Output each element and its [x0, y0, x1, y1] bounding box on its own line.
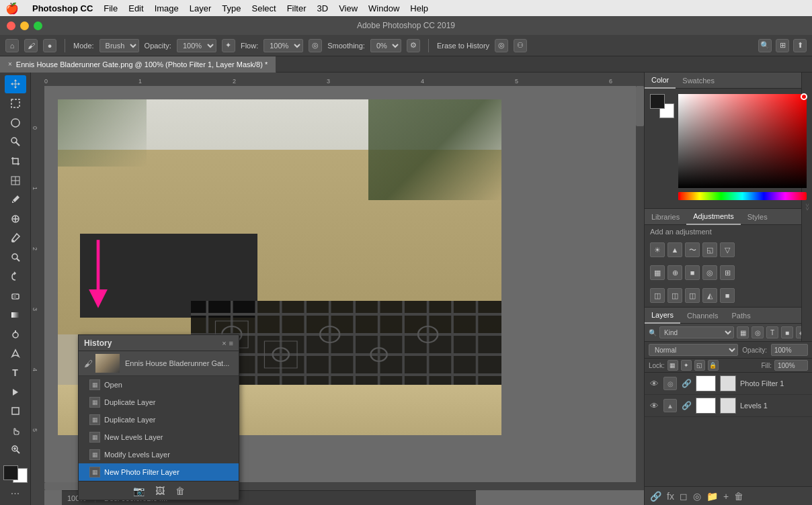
adj-bw-icon[interactable]: ■	[685, 265, 700, 280]
adj-levels-icon[interactable]: ▲	[667, 242, 682, 257]
layer-delete-btn[interactable]: 🗑	[734, 491, 743, 502]
heal-tool[interactable]	[5, 210, 26, 228]
fg-bg-colors[interactable]	[3, 465, 28, 484]
history-new-document-btn[interactable]: 🖼	[155, 486, 165, 496]
layer-folder-btn[interactable]: 📁	[706, 491, 718, 502]
layer-visibility-levels[interactable]: 👁	[649, 400, 659, 411]
fg-color-swatch[interactable]	[3, 465, 18, 480]
history-close-icon[interactable]: ×	[222, 339, 226, 347]
tab-layers[interactable]: Layers	[645, 308, 680, 324]
opacity-input[interactable]	[771, 344, 808, 356]
gradient-tool[interactable]	[5, 306, 26, 324]
adj-vibrance-icon[interactable]: ▽	[720, 242, 735, 257]
adj-threshold-icon[interactable]: ◭	[702, 288, 717, 303]
layer-pixel-btn[interactable]: ▦	[737, 326, 749, 338]
adj-hsl-icon[interactable]: ▦	[650, 265, 665, 280]
history-item-dup1[interactable]: ▦ Duplicate Layer	[79, 394, 239, 411]
adj-channelmixer-icon[interactable]: ⊞	[720, 265, 735, 280]
brush-size-icon[interactable]: ●	[43, 39, 56, 52]
layer-item-photofilter[interactable]: 👁 ◎ 🔗 Photo Filter 1	[645, 373, 812, 395]
menu-window[interactable]: Window	[368, 3, 399, 13]
layer-text-btn[interactable]: T	[766, 326, 778, 338]
clone-stamp-tool[interactable]	[5, 248, 26, 267]
adj-curves-icon[interactable]: 〜	[685, 242, 700, 257]
adj-colorbalance-icon[interactable]: ⊕	[667, 265, 682, 280]
adj-gradientmap-icon[interactable]: ■	[720, 288, 735, 303]
fg-color[interactable]	[650, 94, 665, 109]
menu-edit[interactable]: Edit	[128, 3, 143, 13]
brush-tool-icon[interactable]: 🖌	[24, 39, 38, 52]
shape-tool[interactable]	[5, 402, 26, 420]
history-new-snapshot-btn[interactable]: 📷	[133, 486, 145, 496]
lock-pixels-btn[interactable]: ▦	[667, 360, 678, 371]
adj-invert-icon[interactable]: ◫	[667, 288, 682, 303]
brush-tool[interactable]	[5, 229, 26, 247]
menu-file[interactable]: File	[104, 3, 118, 13]
layer-fx-btn[interactable]: fx	[667, 491, 674, 502]
crop-tool[interactable]	[5, 152, 26, 171]
smoothing-select[interactable]: 0%	[370, 39, 401, 52]
tab-channels[interactable]: Channels	[680, 308, 725, 324]
tab-color[interactable]: Color	[645, 73, 676, 89]
color-gradient[interactable]	[678, 94, 807, 188]
magic-wand-tool[interactable]	[5, 133, 26, 151]
history-item-levels-mod[interactable]: ▦ Modify Levels Layer	[79, 446, 239, 463]
history-item-open[interactable]: ▦ Open	[79, 376, 239, 394]
lasso-tool[interactable]	[5, 113, 26, 132]
history-panel-menu-icon[interactable]: ≡	[229, 339, 233, 347]
maximize-button[interactable]	[34, 21, 42, 30]
layer-mask-btn[interactable]: ◻	[680, 491, 688, 502]
adj-posterize-icon[interactable]: ◫	[685, 288, 700, 303]
fill-input[interactable]	[774, 360, 808, 371]
layers-kind-select[interactable]: Kind	[659, 326, 734, 338]
move-tool[interactable]	[5, 75, 26, 93]
blend-mode-select[interactable]: Normal	[649, 344, 738, 356]
history-brush-tool[interactable]	[5, 267, 26, 285]
history-snapshot-row[interactable]: 🖌 Ennis House Bladerunner Gat...	[79, 351, 239, 376]
tab-styles[interactable]: Styles	[741, 209, 774, 225]
layer-adj-btn[interactable]: ◎	[752, 326, 764, 338]
layer-link-btn[interactable]: 🔗	[650, 491, 661, 502]
layer-shape-btn[interactable]: ■	[781, 326, 793, 338]
adj-brightness-icon[interactable]: ☀	[650, 242, 665, 257]
active-tab[interactable]: × Ennis House Bladerunner Gate.png @ 100…	[0, 56, 276, 73]
layer-new-btn[interactable]: +	[723, 491, 729, 502]
lock-all-btn[interactable]: 🔒	[708, 360, 719, 371]
path-select-tool[interactable]	[5, 383, 26, 401]
adj-exposure-icon[interactable]: ◱	[702, 242, 717, 257]
history-item-levels-new[interactable]: ▦ New Levels Layer	[79, 428, 239, 446]
arrange-icon[interactable]: ⊞	[776, 39, 789, 52]
menu-image[interactable]: Image	[155, 3, 179, 13]
search-icon[interactable]: 🔍	[758, 39, 772, 52]
adj-colorlookup-icon[interactable]: ◫	[650, 288, 665, 303]
menu-help[interactable]: Help	[410, 3, 428, 13]
pen-tool[interactable]	[5, 345, 26, 363]
scrollbar-thumb-v[interactable]	[636, 86, 644, 126]
layer-item-levels[interactable]: 👁 ▲ 🔗 Levels 1	[645, 395, 812, 417]
dodge-tool[interactable]	[5, 325, 26, 343]
menu-3d[interactable]: 3D	[317, 3, 329, 13]
airbrush-icon[interactable]: ✦	[222, 39, 235, 52]
hue-slider[interactable]	[678, 192, 807, 200]
erase-history-icon[interactable]: ◎	[495, 39, 508, 52]
hand-tool[interactable]	[5, 422, 26, 440]
apple-logo[interactable]: 🍎	[5, 2, 19, 15]
eyedropper-tool[interactable]	[5, 191, 26, 209]
tab-libraries[interactable]: Libraries	[645, 209, 686, 225]
history-item-dup2[interactable]: ▦ Duplicate Layer	[79, 411, 239, 428]
lock-move-btn[interactable]: ✦	[681, 360, 692, 371]
smoothing-settings-icon[interactable]: ⚙	[407, 39, 420, 52]
menu-select[interactable]: Select	[251, 3, 276, 13]
opacity-select[interactable]: 100%	[177, 39, 216, 52]
text-tool[interactable]: T	[5, 364, 26, 382]
minimize-button[interactable]	[20, 21, 29, 30]
more-tools[interactable]: ···	[5, 484, 26, 502]
menu-view[interactable]: View	[339, 3, 358, 13]
symmetry-icon[interactable]: ⚇	[514, 39, 527, 52]
close-button[interactable]	[7, 21, 15, 30]
select-tool[interactable]	[5, 95, 26, 113]
eraser-tool[interactable]	[5, 287, 26, 305]
tab-swatches[interactable]: Swatches	[676, 73, 721, 89]
tab-paths[interactable]: Paths	[725, 308, 758, 324]
adj-photofilter-icon[interactable]: ◎	[702, 265, 717, 280]
